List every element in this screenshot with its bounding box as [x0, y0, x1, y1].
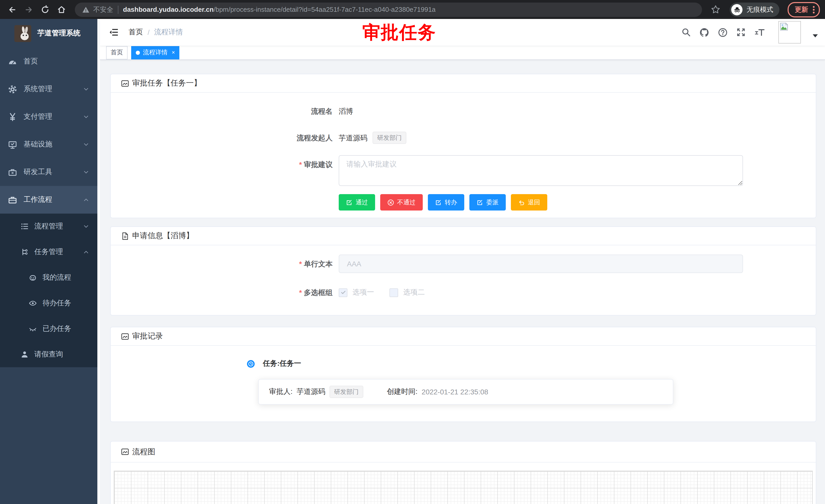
approval-task-card-header: 审批任务【任务一】: [111, 74, 816, 93]
edit-icon: [346, 199, 353, 205]
sidebar-item-label: 流程管理: [34, 222, 63, 231]
site-security-indicator[interactable]: 不安全: [82, 5, 113, 14]
transfer-button[interactable]: 转办: [428, 194, 464, 211]
chevron-down-icon: [83, 86, 89, 92]
tab-label: 流程详情: [143, 48, 167, 57]
button-label: 转办: [445, 198, 457, 207]
github-icon: [699, 27, 709, 37]
dashboard-icon: [8, 57, 17, 66]
font-size-button[interactable]: [754, 28, 765, 37]
application-info-card-header: 申请信息【滔博】: [111, 227, 816, 245]
help-button[interactable]: [718, 27, 728, 37]
insecure-warning-icon: [82, 6, 90, 13]
approver-dept-tag: 研发部门: [329, 386, 363, 398]
sidebar-item-infra[interactable]: 基础设施: [0, 131, 97, 158]
sidebar-item-label: 工作流程: [23, 195, 52, 204]
record-detail-card: 审批人:芋道源码 研发部门 创建时间: 2022-01-21 22:35:08: [258, 379, 673, 405]
reject-button[interactable]: 不通过: [380, 194, 423, 211]
checkbox-group: 选项一 选项二: [339, 283, 425, 302]
sidebar-item-process-mgmt[interactable]: 流程管理: [0, 214, 97, 239]
app-logo: [14, 25, 31, 42]
card-title: 审批记录: [132, 331, 163, 341]
approve-button[interactable]: 通过: [339, 194, 375, 211]
top-navbar: 首页 / 流程详情 审批任务: [100, 19, 825, 46]
rollback-icon: [518, 199, 525, 205]
robot-face-icon: [29, 273, 37, 282]
incognito-icon: [731, 4, 743, 15]
address-bar[interactable]: 不安全 dashboard.yudao.iocoder.cn/bpm/proce…: [75, 2, 702, 17]
sidebar-scrollbar-track[interactable]: [97, 19, 100, 504]
browser-toolbar: 不安全 dashboard.yudao.iocoder.cn/bpm/proce…: [0, 0, 825, 19]
sidebar: 芋道管理系统 首页 系统管理 支付管理: [0, 19, 97, 504]
reload-icon: [41, 5, 50, 14]
sidebar-item-task-mgmt[interactable]: 任务管理: [0, 239, 97, 265]
process-name-label: 流程名: [111, 102, 339, 120]
browser-back-button[interactable]: [5, 2, 19, 17]
sidebar-item-label: 基础设施: [23, 140, 52, 149]
chevron-up-icon: [83, 197, 89, 203]
sidebar-item-payment[interactable]: 支付管理: [0, 103, 97, 131]
button-label: 不通过: [397, 198, 416, 207]
toolbox-icon: [8, 168, 17, 176]
sidebar-item-my-process[interactable]: 我的流程: [0, 265, 97, 290]
return-button[interactable]: 退回: [511, 194, 547, 211]
browser-menu-icon[interactable]: [813, 5, 815, 14]
user-avatar[interactable]: [778, 21, 801, 44]
document-icon: [121, 232, 129, 240]
bookmark-star-button[interactable]: [708, 2, 723, 17]
sidebar-item-todo-tasks[interactable]: 待办任务: [0, 290, 97, 316]
app-title: 芋道管理系统: [38, 29, 80, 38]
card-title: 审批任务【任务一】: [132, 78, 201, 88]
tab-close-icon[interactable]: ×: [171, 50, 175, 55]
tags-view-bar: 首页 流程详情 ×: [100, 46, 825, 60]
question-circle-icon: [718, 27, 728, 37]
approval-task-card: 审批任务【任务一】 流程名 滔博 流程发起人 芋道源码 研发部门: [110, 74, 816, 218]
sidebar-item-workflow[interactable]: 工作流程: [0, 186, 97, 214]
picture-icon: [121, 332, 129, 340]
sidebar-collapse-button[interactable]: [106, 25, 122, 39]
browser-home-button[interactable]: [54, 2, 69, 17]
sidebar-item-home[interactable]: 首页: [0, 48, 97, 75]
search-button[interactable]: [681, 28, 691, 37]
initiator-dept-tag: 研发部门: [373, 132, 406, 144]
breadcrumb-home-link[interactable]: 首页: [129, 28, 143, 37]
gear-icon: [8, 85, 17, 93]
chevron-up-icon: [83, 249, 89, 255]
comment-label: 审批建议: [111, 155, 339, 174]
button-label: 通过: [356, 198, 368, 207]
checkbox-unchecked-icon: [389, 288, 398, 297]
breadcrumb: 首页 / 流程详情: [129, 28, 183, 37]
home-icon: [57, 5, 66, 14]
edit-icon: [476, 199, 483, 205]
workflow-toolbox-icon: [8, 195, 17, 204]
sidebar-item-system[interactable]: 系统管理: [0, 75, 97, 103]
avatar-dropdown-caret[interactable]: [813, 34, 818, 37]
github-button[interactable]: [699, 27, 709, 37]
yen-icon: [8, 112, 17, 121]
application-info-card: 申请信息【滔博】 单行文本 多选框组: [110, 226, 816, 316]
browser-update-button[interactable]: 更新: [788, 2, 820, 17]
back-arrow-icon: [8, 5, 17, 14]
create-time-label: 创建时间:: [387, 387, 418, 397]
create-time-value: 2022-01-21 22:35:08: [422, 388, 489, 396]
timeline-node: 任务:任务一: [247, 359, 816, 368]
process-diagram-card: 流程图: [110, 441, 816, 504]
sidebar-item-done-tasks[interactable]: 已办任务: [0, 316, 97, 342]
checkbox-option-2: 选项二: [389, 288, 425, 297]
monitor-icon: [8, 140, 17, 149]
sidebar-item-label: 请假查询: [34, 350, 63, 359]
sidebar-item-leave-query[interactable]: 请假查询: [0, 342, 97, 367]
sidebar-item-devtools[interactable]: 研发工具: [0, 158, 97, 186]
fullscreen-button[interactable]: [736, 28, 746, 37]
comment-textarea[interactable]: [339, 155, 743, 186]
bpmn-canvas-grid[interactable]: [114, 471, 813, 504]
url-text: dashboard.yudao.iocoder.cn/bpm/process-i…: [123, 6, 436, 13]
browser-reload-button[interactable]: [38, 2, 52, 17]
chevron-down-icon: [83, 114, 89, 120]
tab-home[interactable]: 首页: [106, 46, 128, 59]
page-content: 审批任务【任务一】 流程名 滔博 流程发起人 芋道源码 研发部门: [100, 60, 825, 504]
tab-process-detail[interactable]: 流程详情 ×: [131, 46, 179, 59]
app-logo-row[interactable]: 芋道管理系统: [0, 19, 97, 48]
delegate-button[interactable]: 委派: [469, 194, 506, 211]
browser-forward-button[interactable]: [21, 2, 36, 17]
